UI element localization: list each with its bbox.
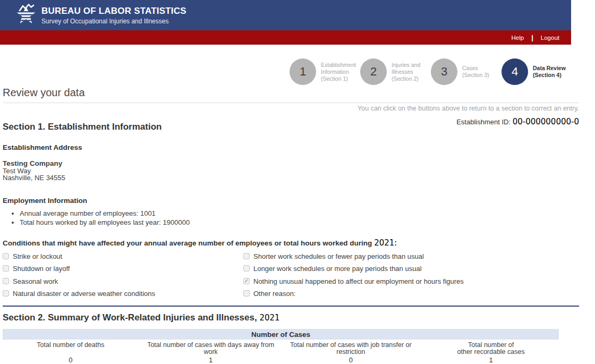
page-title: Review your data — [3, 87, 579, 103]
table-columns: Total number of deaths 0 (G) Total numbe… — [3, 342, 559, 364]
section-divider — [3, 306, 579, 307]
step-circle[interactable]: 2 — [360, 58, 387, 85]
table-column: Total number of deaths 0 (G) — [4, 342, 137, 364]
employment-item: Annual average number of employees: 1001 — [20, 209, 579, 217]
header-subtitle: Survey of Occupational Injuries and Illn… — [41, 18, 186, 25]
condition-label: Nothing unusual happened to affect our e… — [253, 277, 464, 285]
condition-item: ✓ Nothing unusual happened to affect our… — [243, 277, 579, 290]
address-line: Test Way — [3, 167, 579, 175]
step-circle[interactable]: 4 — [502, 58, 528, 85]
step-number: 1 — [300, 65, 306, 79]
column-header: Total number of deaths — [4, 342, 137, 356]
bls-logo-icon — [14, 3, 38, 28]
section1-heading: Section 1. Establishment Information — [3, 115, 162, 132]
condition-label: Seasonal work — [13, 277, 58, 285]
nav-separator: | — [531, 33, 533, 41]
condition-item: ✓ Shutdown or layoff — [3, 265, 243, 277]
checkbox[interactable]: ✓ — [3, 265, 9, 272]
step-number: 2 — [370, 65, 377, 79]
step-circle[interactable]: 1 — [290, 58, 316, 85]
column-value: 1 — [144, 356, 277, 364]
table-column: Total number of cases with job transfer … — [285, 342, 418, 364]
column-value: 0 — [4, 356, 137, 364]
condition-item: ✓ Strike or lockout — [3, 252, 243, 265]
condition-item: ✓ Seasonal work — [3, 277, 243, 290]
establishment-id-label: Establishment ID: — [456, 118, 511, 126]
column-value: 1 — [424, 356, 557, 364]
condition-label: Shutdown or layoff — [13, 265, 70, 273]
condition-item: ✓ Shorter work schedules or fewer pay pe… — [243, 252, 579, 265]
conditions-heading-text: Conditions that might have affected your… — [3, 239, 372, 247]
condition-item: ✓ Longer work schedules or more pay peri… — [243, 265, 579, 277]
column-header: Total number of cases with job transfer … — [285, 342, 418, 356]
logout-link[interactable]: Logout — [541, 35, 559, 41]
table-column: Total number of cases with days away fro… — [144, 342, 277, 364]
checkbox[interactable]: ✓ — [243, 265, 250, 272]
step-button[interactable]: 4 Data Review (Section 4) — [502, 58, 566, 85]
column-header: Total number of cases with days away fro… — [144, 342, 277, 356]
section2-year: 2021 — [259, 313, 279, 323]
conditions-heading: Conditions that might have affected your… — [3, 238, 579, 248]
header-title: BUREAU OF LABOR STATISTICS — [41, 6, 186, 16]
condition-label: Longer work schedules or more pay period… — [253, 265, 422, 273]
condition-item: ✓ Other reason: — [243, 290, 579, 302]
section2-heading: Section 2. Summary of Work-Related Injur… — [3, 312, 579, 323]
step-label: Establishment Information (Section 1) — [321, 62, 356, 82]
establishment-address: Testing Company Test Way Nashville, NE 3… — [3, 160, 579, 182]
employment-information-heading: Employment Information — [3, 197, 579, 205]
step-button[interactable]: 3 Cases (Section 3) — [431, 58, 502, 85]
company-name: Testing Company — [3, 160, 579, 167]
app-header: BUREAU OF LABOR STATISTICS Survey of Occ… — [0, 0, 571, 30]
step-button[interactable]: 2 Injuries and Illnesses (Section 2) — [360, 58, 431, 85]
condition-label: Natural disaster or adverse weather cond… — [13, 290, 155, 298]
step-button[interactable]: 1 Establishment Information (Section 1) — [290, 58, 360, 85]
step-label: Injuries and Illnesses (Section 2) — [392, 62, 420, 82]
main-content: Review your data You can click on the bu… — [3, 87, 579, 364]
checkbox[interactable]: ✓ — [3, 278, 9, 284]
checkbox[interactable]: ✓ — [3, 290, 9, 297]
utility-nav: Help | Logout — [0, 30, 571, 45]
checkbox[interactable]: ✓ — [243, 290, 250, 297]
page: BUREAU OF LABOR STATISTICS Survey of Occ… — [0, 0, 595, 364]
column-value: 0 — [285, 356, 418, 364]
conditions-grid: ✓ Strike or lockout ✓ Shutdown or layoff… — [3, 252, 579, 302]
help-link[interactable]: Help — [512, 35, 524, 41]
step-label: Data Review (Section 4) — [533, 65, 566, 79]
table-title: Number of Cases — [3, 329, 559, 340]
establishment-address-heading: Establishment Address — [3, 143, 579, 151]
employment-list: Annual average number of employees: 1001… — [3, 209, 579, 226]
employment-item: Total hours worked by all employees last… — [20, 218, 579, 226]
conditions-year: 2021: — [374, 238, 397, 248]
section2-heading-text: Section 2. Summary of Work-Related Injur… — [3, 312, 257, 323]
checkbox[interactable]: ✓ — [243, 253, 250, 259]
condition-label: Shorter work schedules or fewer pay peri… — [253, 252, 424, 260]
checkbox[interactable]: ✓ — [243, 278, 250, 284]
step-number: 3 — [441, 65, 447, 79]
condition-label: Strike or lockout — [13, 252, 62, 260]
checkmark-icon: ✓ — [244, 278, 249, 284]
step-number: 4 — [512, 65, 518, 79]
progress-steps: 1 Establishment Information (Section 1) … — [290, 58, 566, 85]
step-circle[interactable]: 3 — [431, 58, 457, 85]
table-column: Total number of other recordable cases 1… — [424, 342, 557, 364]
condition-item: ✓ Natural disaster or adverse weather co… — [3, 290, 243, 302]
condition-label: Other reason: — [253, 290, 296, 298]
column-header: Total number of other recordable cases — [424, 342, 557, 356]
section1-header-row: Section 1. Establishment Information Est… — [3, 115, 579, 132]
helper-text: You can click on the buttons above to re… — [3, 105, 579, 112]
city-line: Nashville, NE 34555 — [3, 174, 579, 182]
establishment-id: Establishment ID: 00-000000000-0 — [456, 117, 579, 126]
header-text: BUREAU OF LABOR STATISTICS Survey of Occ… — [41, 6, 186, 25]
number-of-cases-table: Number of Cases Total number of deaths 0… — [3, 329, 559, 364]
step-label: Cases (Section 3) — [462, 65, 489, 79]
establishment-id-value: 00-000000000-0 — [513, 117, 579, 126]
checkbox[interactable]: ✓ — [3, 253, 9, 259]
